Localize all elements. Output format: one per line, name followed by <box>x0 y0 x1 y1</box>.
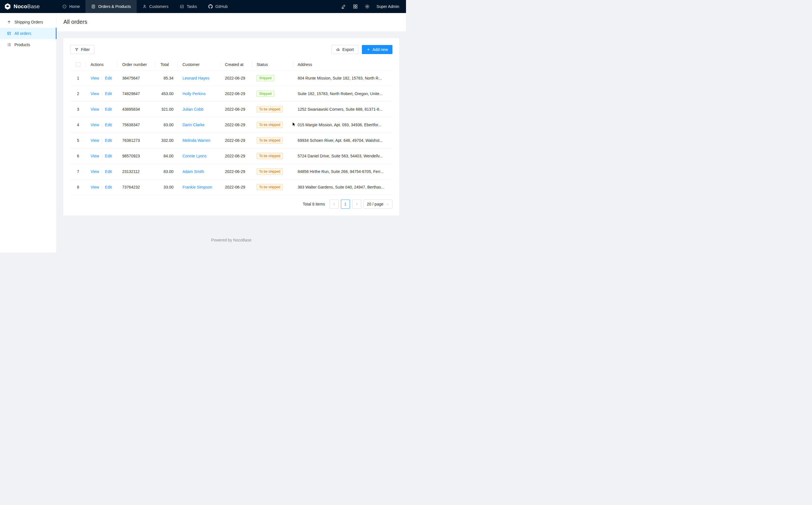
table-row: 5 ViewEdit 76381273 332.00 Melinda Warre… <box>70 133 392 148</box>
table-row: 7 ViewEdit 23132112 83.00 Adam Smith 202… <box>70 164 392 179</box>
select-all-checkbox[interactable] <box>76 62 80 67</box>
table-row: 4 ViewEdit 75638347 83.00 Darin Clarke 2… <box>70 117 392 133</box>
user-menu[interactable]: Super Admin <box>376 4 399 9</box>
order-number-cell: 23132112 <box>118 164 156 179</box>
column-header-address: Address <box>293 58 392 70</box>
customer-cell: Julian Cobb <box>178 102 220 117</box>
nav-item-label: GitHub <box>215 4 228 9</box>
row-index-cell: 4 <box>70 117 86 133</box>
status-cell: To be shipped <box>252 117 293 133</box>
page-size-select[interactable]: 20 / page <box>363 200 392 209</box>
nav-item-label: Customers <box>150 4 169 9</box>
total-cell: 453.00 <box>156 86 178 102</box>
toolbar-right: Export Add new <box>332 45 392 54</box>
row-actions-cell: ViewEdit <box>86 133 118 148</box>
address-cell: 84856 Hirthe Run, Suite 268, 94754-6705,… <box>293 164 392 179</box>
action-divider <box>102 76 102 80</box>
customer-link[interactable]: Frankie Simpson <box>183 185 212 189</box>
orders-icon <box>91 4 96 9</box>
order-number-cell: 73764232 <box>118 179 156 195</box>
edit-link[interactable]: Edit <box>105 107 112 112</box>
edit-link[interactable]: Edit <box>105 138 112 143</box>
order-number-cell: 43895834 <box>118 102 156 117</box>
brand-noco: Noco <box>14 3 27 9</box>
nav-item-github[interactable]: GitHub <box>203 0 233 13</box>
app-root: NocoBase Home Orders & Products Customer… <box>0 0 406 252</box>
view-link[interactable]: View <box>90 169 99 174</box>
view-link[interactable]: View <box>90 107 99 112</box>
edit-link[interactable]: Edit <box>105 76 112 80</box>
chevron-right-icon <box>355 202 358 206</box>
sidebar-item-label: Shipping Orders <box>14 20 43 24</box>
customer-link[interactable]: Connie Lyons <box>183 154 207 158</box>
customer-link[interactable]: Melinda Warren <box>183 138 210 143</box>
brand-base: Base <box>27 3 40 9</box>
column-header-customer: Customer <box>178 58 220 70</box>
row-index-cell: 3 <box>70 102 86 117</box>
view-link[interactable]: View <box>90 76 99 80</box>
pagination-page-1[interactable]: 1 <box>341 200 350 209</box>
customer-link[interactable]: Leonard Hayes <box>183 76 209 80</box>
address-cell: 015 Margie Mission, Apt. 093, 34936, Ebe… <box>293 117 392 133</box>
navbar-right: Super Admin <box>341 0 406 13</box>
edit-link[interactable]: Edit <box>105 154 112 158</box>
status-badge: To be shipped <box>257 153 283 159</box>
nav-item-label: Orders & Products <box>98 4 131 9</box>
filter-button[interactable]: Filter <box>70 45 94 54</box>
sidebar-item-products[interactable]: Products <box>0 39 56 50</box>
highlighter-icon[interactable] <box>341 4 346 9</box>
nav-item-orders-products[interactable]: Orders & Products <box>85 0 137 13</box>
nav-item-tasks[interactable]: Tasks <box>174 0 203 13</box>
home-icon <box>62 4 67 9</box>
table-file-icon <box>7 31 11 36</box>
table-toolbar: Filter Export Add new <box>70 45 392 54</box>
gear-icon[interactable] <box>365 4 370 9</box>
edit-link[interactable]: Edit <box>105 123 112 127</box>
main-nav: Home Orders & Products Customers Tasks G… <box>57 0 233 13</box>
created-at-cell: 2022-06-29 <box>220 179 252 195</box>
row-actions-cell: ViewEdit <box>86 70 118 86</box>
created-at-cell: 2022-06-29 <box>220 117 252 133</box>
order-number-cell: 74829847 <box>118 86 156 102</box>
sidebar: Shipping Orders All orders Products <box>0 13 57 252</box>
sidebar-item-all-orders[interactable]: All orders <box>0 28 56 39</box>
customer-cell: Connie Lyons <box>178 148 220 164</box>
customer-link[interactable]: Julian Cobb <box>183 107 204 112</box>
pagination-next-button[interactable] <box>352 200 361 209</box>
customer-link[interactable]: Holly Perkins <box>183 92 206 96</box>
edit-link[interactable]: Edit <box>105 185 112 189</box>
pagination-prev-button[interactable] <box>330 200 339 209</box>
view-link[interactable]: View <box>90 154 99 158</box>
customer-cell: Leonard Hayes <box>178 70 220 86</box>
view-link[interactable]: View <box>90 185 99 189</box>
edit-link[interactable]: Edit <box>105 92 112 96</box>
add-new-button[interactable]: Add new <box>362 45 392 54</box>
grid-icon[interactable] <box>353 4 358 9</box>
nav-item-customers[interactable]: Customers <box>137 0 174 13</box>
sidebar-item-shipping-orders[interactable]: Shipping Orders <box>0 16 56 28</box>
customer-link[interactable]: Adam Smith <box>183 169 204 174</box>
view-link[interactable]: View <box>90 138 99 143</box>
customer-cell: Melinda Warren <box>178 133 220 148</box>
row-index: 7 <box>77 169 79 174</box>
row-actions-cell: ViewEdit <box>86 179 118 195</box>
customer-cell: Frankie Simpson <box>178 179 220 195</box>
created-at-cell: 2022-06-29 <box>220 164 252 179</box>
brand[interactable]: NocoBase <box>0 0 57 13</box>
status-badge: To be shipped <box>257 106 283 112</box>
created-at-cell: 2022-06-29 <box>220 133 252 148</box>
row-index-cell: 6 <box>70 148 86 164</box>
export-button-label: Export <box>342 47 354 52</box>
row-actions-cell: ViewEdit <box>86 164 118 179</box>
table-row: 3 ViewEdit 43895834 321.00 Julian Cobb 2… <box>70 102 392 117</box>
customer-cell: Darin Clarke <box>178 117 220 133</box>
customer-link[interactable]: Darin Clarke <box>183 123 205 127</box>
column-header-created-at: Created at <box>220 58 252 70</box>
edit-link[interactable]: Edit <box>105 169 112 174</box>
status-badge: To be shipped <box>257 168 283 175</box>
arrow-up-icon <box>7 20 11 24</box>
nav-item-home[interactable]: Home <box>57 0 85 13</box>
export-button[interactable]: Export <box>332 45 358 54</box>
view-link[interactable]: View <box>90 123 99 127</box>
view-link[interactable]: View <box>90 92 99 96</box>
